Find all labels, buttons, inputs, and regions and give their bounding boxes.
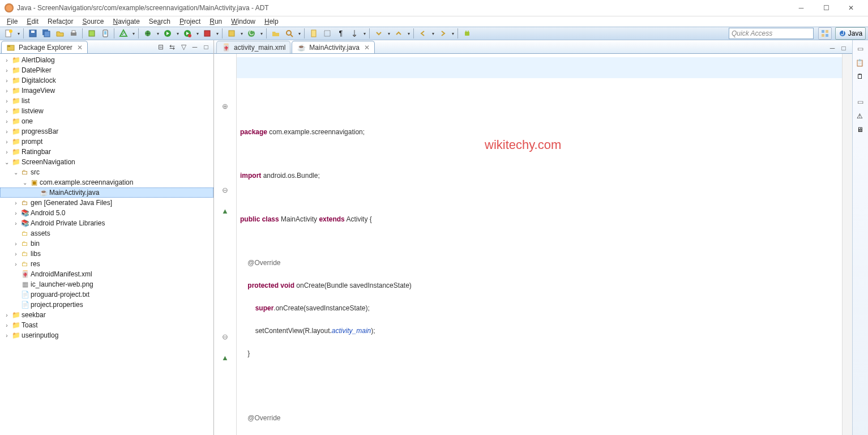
prev-annotation-button[interactable] [392,27,405,40]
editor-tab-xml[interactable]: 🀄 activity_main.xml [216,41,290,53]
close-button[interactable]: ✕ [839,0,863,16]
external-tools-button[interactable] [201,27,213,40]
tree-project[interactable]: ›📁Toast [0,320,213,330]
show-whitespace-button[interactable]: ¶ [335,27,347,40]
save-button[interactable] [27,27,39,40]
quick-access-input[interactable]: Quick Access [729,28,814,39]
search-button[interactable] [283,27,296,40]
tree-project[interactable]: ›📁DatePiker [0,65,213,75]
menu-run[interactable]: Run [205,16,226,27]
lint-button[interactable]: ✓ [117,27,130,40]
tree-file[interactable]: 📄proguard-project.txt [0,289,213,300]
console-icon[interactable]: 🖥 [856,125,865,134]
open-perspective-button[interactable] [818,27,832,40]
tree-project-screennavigation[interactable]: ⌄📁ScreenNavigation [0,157,213,167]
editor-tab-java[interactable]: ☕ MainActivity.java ✕ [292,41,374,53]
new-class-dropdown[interactable]: ▾ [259,31,264,36]
tree-project[interactable]: ›📁prompt [0,137,213,147]
minimize-button[interactable]: ─ [789,0,814,16]
pin-dropdown[interactable]: ▾ [362,31,367,36]
tree-project[interactable]: ›📁AlertDialog [0,55,213,65]
ext-dropdown[interactable]: ▾ [215,31,220,36]
open-type-button[interactable] [270,27,282,40]
lint-dropdown[interactable]: ▾ [131,31,136,36]
avd-manager-button[interactable] [99,27,112,40]
restore-view-button[interactable]: ▭ [856,44,866,54]
task-list-icon[interactable]: 📋 [856,58,865,67]
next-ann-dropdown[interactable]: ▾ [386,31,391,36]
close-tab-icon[interactable]: ✕ [364,44,370,52]
tree-project[interactable]: ›📁seekbar [0,310,213,320]
tree-file[interactable]: ▦ic_launcher-web.png [0,279,213,289]
tree-project[interactable]: ›📁Ratingbar [0,147,213,157]
sdk-manager-button[interactable] [85,27,98,40]
collapse-all-button[interactable]: ⊟ [156,42,166,52]
back-dropdown[interactable]: ▾ [430,31,435,36]
tree-folder[interactable]: ›🗀bin [0,238,213,249]
minimize-view-button[interactable]: ─ [190,42,200,52]
package-explorer-tab[interactable]: Package Explorer ✕ [1,41,88,53]
restore-view-button-2[interactable]: ▭ [856,97,866,107]
toggle-mark-button[interactable] [307,27,320,40]
menu-project[interactable]: Project [175,16,205,27]
run-last-button[interactable] [181,27,194,40]
tree-project[interactable]: ›📁ImageView [0,86,213,96]
tree-project[interactable]: ›📁listview [0,106,213,116]
code-text-area[interactable]: wikitechy.com package com.example.screen… [237,54,842,435]
tree-file[interactable]: 📄project.properties [0,300,213,310]
link-editor-button[interactable]: ⇆ [167,42,177,52]
android-button[interactable] [461,27,473,40]
prev-ann-dropdown[interactable]: ▾ [406,31,411,36]
menu-navigate[interactable]: Navigate [108,16,144,27]
tree-java-file[interactable]: ☕MainActivity.java [0,187,213,198]
debug-button[interactable] [142,27,154,40]
run-last-dropdown[interactable]: ▾ [195,31,200,36]
minimize-editor-button[interactable]: ─ [827,43,837,53]
menu-file[interactable]: File [2,16,22,27]
project-tree[interactable]: ›📁AlertDialog ›📁DatePiker ›📁Digitalclock… [0,54,213,435]
open-button[interactable] [54,27,66,40]
search-dropdown[interactable]: ▾ [297,31,302,36]
tree-project[interactable]: ›📁progressBar [0,126,213,137]
tree-android-priv-lib[interactable]: ›📚Android Private Libraries [0,218,213,228]
outline-icon[interactable]: 🗒 [856,72,865,81]
tree-project[interactable]: ›📁Digitalclock [0,75,213,86]
tree-gen-folder[interactable]: ›🗀gen [Generated Java Files] [0,198,213,208]
tree-project[interactable]: ›📁userinputlog [0,330,213,340]
maximize-button[interactable]: ☐ [814,0,839,16]
overview-ruler[interactable] [842,54,852,435]
editor-gutter[interactable]: ⊕ ⊖ ▲ ⊖ ▲ [214,54,237,435]
tree-project[interactable]: ›📁list [0,96,213,106]
close-view-icon[interactable]: ✕ [77,44,83,52]
maximize-editor-button[interactable]: □ [839,43,849,53]
new-pkg-dropdown[interactable]: ▾ [239,31,244,36]
next-annotation-button[interactable] [373,27,385,40]
run-dropdown[interactable]: ▾ [175,31,180,36]
menu-help[interactable]: Help [260,16,283,27]
maximize-view-button[interactable]: □ [201,42,211,52]
tree-folder[interactable]: 🗀assets [0,228,213,238]
forward-dropdown[interactable]: ▾ [450,31,455,36]
save-all-button[interactable] [40,27,53,40]
tree-project[interactable]: ›📁one [0,116,213,126]
menu-window[interactable]: Window [226,16,260,27]
new-class-button[interactable]: C [245,27,258,40]
tree-folder[interactable]: ›🗀res [0,259,213,269]
run-button[interactable] [161,27,174,40]
forward-button[interactable] [437,27,449,40]
problems-icon[interactable]: ⚠ [856,112,865,121]
tree-file[interactable]: 🀄AndroidManifest.xml [0,269,213,279]
menu-edit[interactable]: Edit [22,16,43,27]
new-dropdown[interactable]: ▾ [16,31,21,36]
debug-dropdown[interactable]: ▾ [155,31,160,36]
pin-button[interactable] [348,27,361,40]
toggle-block-button[interactable] [321,27,333,40]
tree-src-folder[interactable]: ⌄🗀src [0,167,213,177]
java-perspective-button[interactable]: JJava [835,27,866,40]
menu-source[interactable]: Source [78,16,108,27]
tree-package[interactable]: ⌄▣com.example.screennavigation [0,177,213,187]
view-menu-button[interactable]: ▽ [178,42,189,52]
print-button[interactable] [67,27,80,40]
back-button[interactable] [417,27,429,40]
new-button[interactable] [2,27,15,40]
